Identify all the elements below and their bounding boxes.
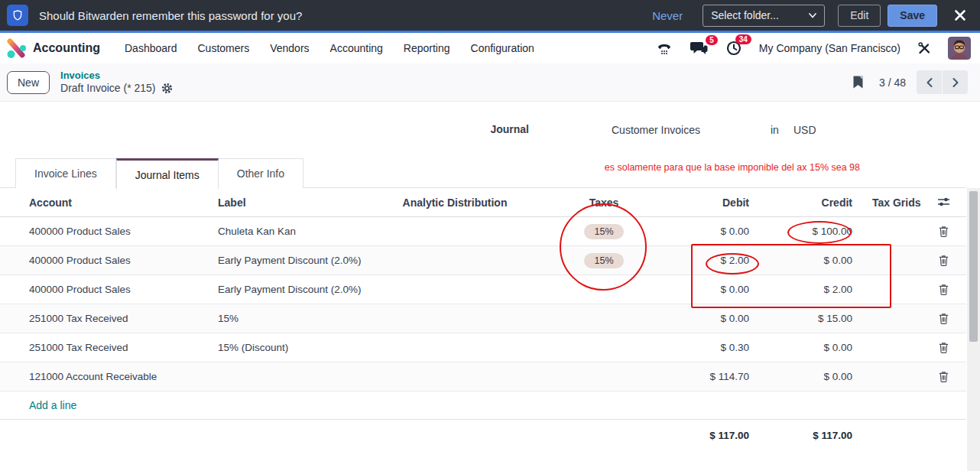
cell-credit[interactable]: $ 0.00 xyxy=(764,342,868,353)
new-button[interactable]: New xyxy=(7,71,50,94)
chevron-down-icon xyxy=(809,13,816,18)
table-row[interactable]: 251000 Tax Received 15% (Discount) $ 0.3… xyxy=(0,333,966,362)
cell-debit[interactable]: $ 0.00 xyxy=(680,284,764,295)
tax-tag[interactable]: 15% xyxy=(584,224,623,239)
header-debit[interactable]: Debit xyxy=(680,197,764,209)
total-credit: $ 117.00 xyxy=(764,430,868,441)
edit-button[interactable]: Edit xyxy=(838,5,881,27)
never-button[interactable]: Never xyxy=(652,9,683,22)
trash-icon[interactable] xyxy=(936,310,951,326)
save-button[interactable]: Save xyxy=(888,5,937,27)
table-row[interactable]: 400000 Product Sales Early Payment Disco… xyxy=(0,275,966,304)
activities-clock-icon[interactable]: 34 xyxy=(725,40,742,57)
journal-field-value[interactable]: Customer Invoices xyxy=(612,124,700,136)
cell-credit[interactable]: $ 2.00 xyxy=(764,284,868,295)
user-avatar[interactable] xyxy=(948,37,971,60)
tab-other-info[interactable]: Other Info xyxy=(219,158,303,188)
trash-icon[interactable] xyxy=(936,223,951,239)
menu-reporting[interactable]: Reporting xyxy=(404,42,450,54)
cell-debit[interactable]: $ 0.00 xyxy=(680,313,764,324)
add-a-line-link[interactable]: Add a line xyxy=(29,399,76,411)
breadcrumb-invoices-link[interactable]: Invoices xyxy=(60,70,173,82)
folder-select-value: Select folder... xyxy=(711,9,779,21)
journal-items-table: Account Label Analytic Distribution Taxe… xyxy=(0,188,966,450)
cell-account[interactable]: 251000 Tax Received xyxy=(0,342,191,353)
cell-account[interactable]: 251000 Tax Received xyxy=(0,313,191,324)
header-analytic-distribution[interactable]: Analytic Distribution xyxy=(382,197,527,209)
app-logo-icon[interactable] xyxy=(6,38,26,58)
trash-icon[interactable] xyxy=(936,369,951,385)
folder-select[interactable]: Select folder... xyxy=(703,5,825,27)
cell-label[interactable]: Chuleta Kan Kan xyxy=(191,226,382,237)
cell-debit[interactable]: $ 2.00 xyxy=(680,255,764,266)
bitwarden-message: Should Bitwarden remember this password … xyxy=(39,9,302,22)
messages-badge: 5 xyxy=(706,35,718,45)
screen: Should Bitwarden remember this password … xyxy=(0,0,980,471)
cell-debit[interactable]: $ 0.30 xyxy=(680,342,764,353)
cell-credit[interactable]: $ 0.00 xyxy=(764,371,868,382)
vertical-scrollbar[interactable] xyxy=(967,188,980,471)
cell-debit[interactable]: $ 114.70 xyxy=(680,371,764,382)
trash-icon[interactable] xyxy=(936,339,951,356)
cell-account[interactable]: 400000 Product Sales xyxy=(0,284,191,295)
journal-currency-value[interactable]: USD xyxy=(793,124,816,136)
cell-credit[interactable]: $ 0.00 xyxy=(764,255,868,266)
cell-label[interactable]: Early Payment Discount (2.0%) xyxy=(191,255,382,266)
close-icon[interactable] xyxy=(954,9,966,21)
cell-label[interactable]: Early Payment Discount (2.0%) xyxy=(191,284,382,295)
cell-label[interactable]: 15% (Discount) xyxy=(191,342,382,353)
cell-account[interactable]: 400000 Product Sales xyxy=(0,226,191,237)
cell-label[interactable]: 15% xyxy=(191,313,382,324)
header-account[interactable]: Account xyxy=(0,197,191,209)
menu-configuration[interactable]: Configuration xyxy=(471,42,534,54)
bookmark-icon[interactable] xyxy=(852,75,864,89)
tab-invoice-lines[interactable]: Invoice Lines xyxy=(15,158,116,188)
pager-next-button[interactable] xyxy=(943,70,968,94)
cell-credit[interactable]: $ 100.00 xyxy=(764,226,868,237)
messages-icon[interactable]: 5 xyxy=(690,41,709,56)
debug-tools-icon[interactable] xyxy=(917,41,931,55)
cell-credit[interactable]: $ 15.00 xyxy=(764,313,868,324)
app-name[interactable]: Accounting xyxy=(33,41,100,55)
table-row[interactable]: 400000 Product Sales Early Payment Disco… xyxy=(0,246,966,275)
journal-in-label: in xyxy=(771,124,779,136)
tax-tag[interactable]: 15% xyxy=(584,253,623,268)
pager-counter: 3 / 48 xyxy=(879,76,906,89)
activities-badge: 34 xyxy=(735,34,751,44)
trash-icon[interactable] xyxy=(936,252,951,268)
cell-account[interactable]: 121000 Account Receivable xyxy=(0,371,191,382)
table-header-row: Account Label Analytic Distribution Taxe… xyxy=(0,188,966,217)
table-row[interactable]: 400000 Product Sales Chuleta Kan Kan 15%… xyxy=(0,217,966,246)
header-label[interactable]: Label xyxy=(191,197,382,209)
breadcrumb: Invoices Draft Invoice (* 215) xyxy=(60,70,173,96)
bitwarden-shield-icon xyxy=(7,5,28,26)
cell-account[interactable]: 400000 Product Sales xyxy=(0,255,191,266)
tab-journal-items[interactable]: Journal Items xyxy=(116,158,219,189)
control-panel: New Invoices Draft Invoice (* 215) xyxy=(0,63,980,102)
menu-customers[interactable]: Customers xyxy=(198,42,250,54)
softphone-icon[interactable] xyxy=(657,41,673,56)
header-credit[interactable]: Credit xyxy=(764,197,868,209)
header-taxes[interactable]: Taxes xyxy=(527,197,680,209)
header-tax-grids[interactable]: Tax Grids xyxy=(868,197,921,209)
breadcrumb-current-title: Draft Invoice (* 215) xyxy=(60,82,156,96)
main-menu: Dashboard Customers Vendors Accounting R… xyxy=(125,42,534,54)
scrollbar-thumb[interactable] xyxy=(969,191,978,342)
invoice-form: Journal Customer Invoices in USD es sola… xyxy=(0,102,980,471)
column-settings-icon[interactable] xyxy=(936,195,952,209)
trash-icon[interactable] xyxy=(936,281,951,297)
gear-icon[interactable] xyxy=(161,83,173,94)
pager-previous-button[interactable] xyxy=(917,70,942,94)
totals-row: $ 117.00 $ 117.00 xyxy=(0,420,966,450)
table-row[interactable]: 121000 Account Receivable $ 114.70 $ 0.0… xyxy=(0,362,966,391)
company-switcher[interactable]: My Company (San Francisco) xyxy=(759,42,900,54)
notebook-tabs: Invoice Lines Journal Items Other Info xyxy=(0,158,966,188)
table-row[interactable]: 251000 Tax Received 15% $ 0.00 $ 15.00 xyxy=(0,304,966,333)
menu-vendors[interactable]: Vendors xyxy=(270,42,309,54)
journal-field-label: Journal xyxy=(459,123,529,135)
add-line-row: Add a line xyxy=(0,391,966,420)
bitwarden-bar: Should Bitwarden remember this password … xyxy=(0,0,980,33)
cell-debit[interactable]: $ 0.00 xyxy=(680,226,764,237)
menu-dashboard[interactable]: Dashboard xyxy=(125,42,177,54)
menu-accounting[interactable]: Accounting xyxy=(330,42,383,54)
